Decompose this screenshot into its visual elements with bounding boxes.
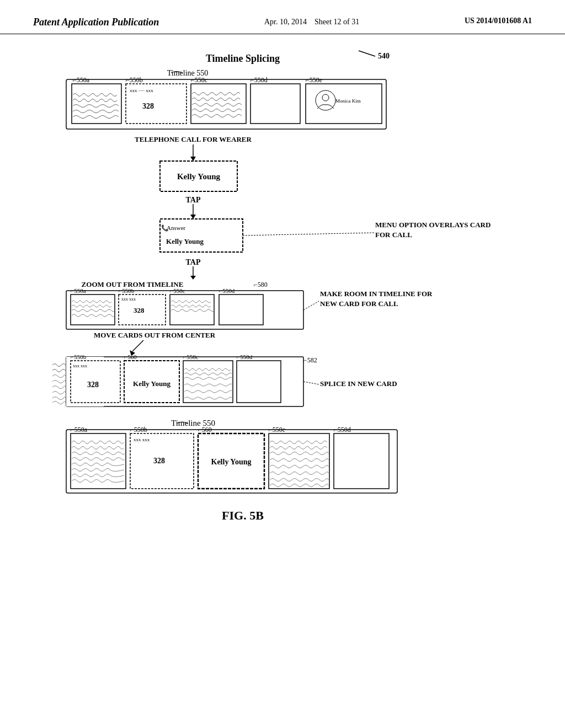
ref-582: ⌐582 [303, 356, 317, 364]
ref-550a-final: ⌐550a [71, 426, 88, 433]
arrow1 [190, 157, 196, 161]
page-header: Patent Application Publication Apr. 10, … [0, 0, 565, 34]
card-550c-splice [183, 361, 233, 403]
ref-550a-top: ⌐550a [73, 76, 90, 84]
splice-550b-dots: xxx xxx [73, 363, 87, 368]
ref-550c-zoom: ⌐550c [170, 287, 185, 294]
publication-date-sheet: Apr. 10, 2014 Sheet 12 of 31 [264, 17, 359, 28]
main-content: Timeline Splicing 540 Timeline 550 ⌐550a… [0, 34, 565, 718]
card-550d-splice [237, 361, 281, 403]
svg-line-0 [359, 51, 375, 56]
step1-label: TELEPHONE CALL FOR WEARER [135, 135, 252, 143]
svg-line-3 [243, 233, 374, 235]
ref-580: ⌐580 [254, 281, 268, 288]
tap2-label: TAP [186, 258, 201, 266]
ref-550b-final: ⌐550b [130, 426, 147, 433]
card-550b-dots: xxx ····· xxx [130, 88, 153, 93]
arrow3 [190, 276, 196, 280]
card-550a-final [71, 433, 126, 489]
tap1-label: TAP [186, 196, 201, 204]
right-label-make2: NEW CARD FOR CALL [320, 299, 398, 308]
kelly-young-final: Kelly Young [211, 458, 252, 466]
publication-title: Patent Application Publication [33, 17, 159, 28]
ref-560-splice: ⌐560 [124, 354, 137, 360]
right-label-splice: SPLICE IN NEW CARD [320, 379, 397, 388]
ref-550b-splice: ⌐550b [71, 354, 87, 360]
card-550e-top [306, 84, 382, 124]
card-550b-final-328: 328 [153, 457, 165, 465]
ref-550d-zoom: ⌐550d [219, 287, 235, 294]
figure-label: FIG. 5B [222, 508, 264, 522]
kelly-young-first: Kelly Young [177, 172, 221, 181]
right-label-menu: MENU OPTION OVERLAYS CARD [375, 221, 491, 229]
page: Patent Application Publication Apr. 10, … [0, 0, 565, 728]
kelly-young-570: Kelly Young [166, 237, 204, 245]
ref-550d-top: ⌐550d [250, 76, 268, 84]
card-550b-zoom-dots: xxx xxx [121, 297, 136, 302]
kelly-young-splice: Kelly Young [133, 379, 170, 388]
svg-line-6 [132, 340, 143, 351]
splice-550b-328: 328 [87, 381, 99, 389]
diagram-title: Timeline Splicing [206, 53, 280, 64]
phone-icon: 📞 [161, 224, 169, 232]
ref-540: 540 [378, 52, 390, 60]
publication-number: US 2014/0101608 A1 [465, 17, 532, 25]
card-570-answer: Answer [167, 224, 186, 231]
ref-550e-top: ⌐550e [306, 76, 322, 84]
svg-line-7 [303, 382, 319, 384]
ref-550d-splice: ⌐550d [237, 354, 253, 360]
card-550e-name: Monica Kim [335, 98, 361, 104]
card-550d-top [250, 84, 300, 124]
card-550d-zoom [219, 295, 263, 325]
ref-560-final: ⌐560 [198, 426, 212, 433]
move-cards-label: MOVE CARDS OUT FROM CENTER [94, 331, 216, 339]
right-label-make: MAKE ROOM IN TIMELINE FOR [320, 290, 433, 298]
right-label-menu2: FOR CALL [375, 231, 412, 239]
svg-line-5 [303, 301, 319, 310]
card-550b-final-dots: xxx xxx [134, 437, 150, 442]
ref-550c-top: ⌐550c [191, 76, 207, 84]
card-550b-zoom-328: 328 [134, 306, 145, 314]
ref-550c-splice: ⌐550c [183, 354, 199, 360]
card-550b-328: 328 [142, 102, 154, 110]
arrow2 [190, 215, 196, 219]
ref-550d-final: ⌐550d [334, 426, 351, 433]
ref-550b-top: ⌐550b [126, 76, 143, 84]
card-550a-top [72, 84, 121, 124]
ref-550c-final: ⌐550c [269, 426, 285, 433]
card-570 [160, 219, 243, 252]
card-550d-final [334, 433, 389, 489]
ref-550a-zoom: ⌐550a [71, 287, 86, 294]
ref-550b-zoom: ⌐550b [119, 287, 135, 294]
diagram-svg: Timeline Splicing 540 Timeline 550 ⌐550a… [33, 45, 530, 696]
